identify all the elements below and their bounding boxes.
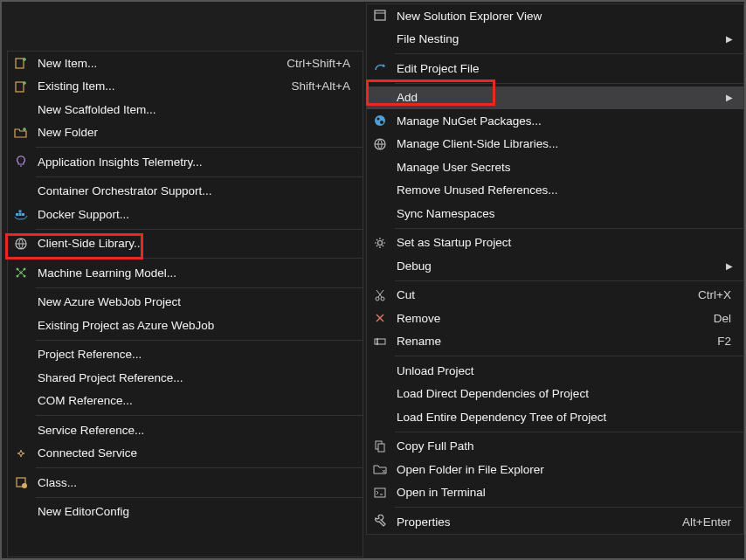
menu-item-existing-project-as-azure-webjob[interactable]: Existing Project as Azure WebJob [8,314,363,337]
svg-rect-1 [16,82,24,92]
chevron-right-icon: ▶ [726,93,736,102]
menu-item-machine-learning-model[interactable]: Machine Learning Model... [8,261,363,285]
menu-item-new-folder[interactable]: New Folder [8,121,363,145]
menu-item-label: Remove Unused References... [393,183,736,197]
shortcut-label: F2 [717,335,736,348]
copy-path-icon [367,439,393,453]
menu-item-new-solution-explorer-view[interactable]: New Solution Explorer View [367,4,743,28]
menu-item-edit-project-file[interactable]: Edit Project File [367,57,743,80]
separator [36,467,363,468]
menu-item-manage-nuget-packages[interactable]: Manage NuGet Packages... [367,109,743,133]
shortcut-label: Ctrl+X [698,288,736,301]
separator [36,258,363,259]
separator [395,280,743,281]
menu-item-new-item[interactable]: New Item...Ctrl+Shift+A [8,52,363,75]
menu-item-new-editorconfig[interactable]: New EditorConfig [8,501,363,524]
separator [36,340,363,341]
separator [395,228,743,229]
svg-point-12 [19,452,23,455]
menu-item-label: Copy Full Path [393,439,736,453]
menu-item-service-reference[interactable]: Service Reference... [8,418,363,442]
menu-item-label: New EditorConfig [34,505,356,518]
menu-item-class[interactable]: Class... [8,471,363,494]
separator [395,356,743,356]
menu-item-open-folder-in-file-explorer[interactable]: Open Folder in File Explorer [367,458,743,481]
menu-item-label: Container Orchestrator Support... [34,184,356,197]
svg-rect-15 [375,10,385,20]
menu-item-file-nesting[interactable]: File Nesting▶ [367,28,743,52]
menu-item-load-direct-dependencies-of-project[interactable]: Load Direct Dependencies of Project [367,383,743,406]
menu-item-new-scaffolded-item[interactable]: New Scaffolded Item... [8,98,363,121]
svg-rect-26 [375,488,385,497]
svg-rect-0 [16,59,24,68]
menu-item-shared-project-reference[interactable]: Shared Project Reference... [8,366,363,390]
menu-item-unload-project[interactable]: Unload Project [367,359,743,383]
menu-item-label: Sync Namespaces [393,207,736,220]
menu-item-label: Load Direct Dependencies of Project [393,387,736,400]
menu-item-connected-service[interactable]: Connected Service [8,442,363,466]
menu-item-com-reference[interactable]: COM Reference... [8,390,363,413]
menu-item-new-azure-webjob-project[interactable]: New Azure WebJob Project [8,291,363,315]
menu-item-label: Manage User Secrets [393,161,736,174]
menu-item-label: Existing Project as Azure WebJob [34,319,356,332]
separator [36,229,363,230]
menu-item-application-insights-telemetry[interactable]: Application Insights Telemetry... [8,150,363,174]
menu-item-label: New Scaffolded Item... [34,103,356,116]
menu-item-add[interactable]: Add▶ [367,86,743,110]
menu-item-copy-full-path[interactable]: Copy Full Path [367,435,743,459]
existing-item-icon [8,80,34,93]
separator [36,147,363,148]
menu-item-manage-client-side-libraries[interactable]: Manage Client-Side Libraries... [367,133,743,156]
client-lib-icon [8,237,34,251]
menu-item-rename[interactable]: RenameF2 [367,330,743,354]
menu-item-label: COM Reference... [34,394,356,407]
menu-item-label: Application Insights Telemetry... [34,156,356,169]
menu-item-set-as-startup-project[interactable]: Set as Startup Project [367,232,743,255]
submenu-add[interactable]: New Item...Ctrl+Shift+AExisting Item...S… [7,51,363,557]
menu-item-label: File Nesting [393,32,726,45]
menu-item-label: New Azure WebJob Project [34,295,356,308]
svg-rect-2 [16,213,18,216]
menu-item-container-orchestrator-support[interactable]: Container Orchestrator Support... [8,180,363,204]
menu-item-docker-support[interactable]: Docker Support... [8,203,363,226]
rename-icon [367,335,393,349]
menu-item-label: Shared Project Reference... [34,371,356,384]
menu-item-open-in-terminal[interactable]: Open in Terminal [367,481,743,505]
chevron-right-icon: ▶ [726,261,736,271]
menu-item-remove[interactable]: RemoveDel [367,307,743,330]
separator [395,83,743,84]
remove-icon [367,311,393,325]
menu-item-label: Class... [34,476,356,489]
menu-item-label: Open in Terminal [393,486,736,499]
separator [395,507,743,508]
menu-item-load-entire-dependency-tree-of-project[interactable]: Load Entire Dependency Tree of Project [367,405,743,429]
menu-item-label: Set as Startup Project [393,236,736,249]
menu-item-manage-user-secrets[interactable]: Manage User Secrets [367,156,743,179]
separator [395,432,743,432]
separator [395,53,743,54]
menu-item-label: Cut [393,288,698,301]
menu-item-sync-namespaces[interactable]: Sync Namespaces [367,202,743,225]
app-insights-icon [8,155,34,169]
wrench-icon [367,515,393,529]
menu-item-label: Client-Side Library... [34,237,356,250]
shortcut-label: Del [714,312,736,325]
ml-model-icon [8,266,34,280]
menu-item-label: New Item... [34,57,287,70]
gear-icon [367,236,393,250]
menu-item-label: Machine Learning Model... [34,266,356,280]
svg-point-20 [378,240,383,245]
menu-item-project-reference[interactable]: Project Reference... [8,343,363,367]
menu-item-remove-unused-references[interactable]: Remove Unused References... [367,179,743,203]
menu-item-existing-item[interactable]: Existing Item...Shift+Alt+A [8,75,363,99]
solution-explorer-icon [367,9,393,23]
context-menu-project[interactable]: New Solution Explorer ViewFile Nesting▶E… [366,3,744,535]
svg-rect-23 [375,339,385,344]
menu-item-label: New Folder [34,126,356,139]
svg-rect-4 [19,211,22,213]
menu-item-debug[interactable]: Debug▶ [367,254,743,278]
class-icon [8,475,34,489]
menu-item-properties[interactable]: PropertiesAlt+Enter [367,510,743,534]
menu-item-client-side-library[interactable]: Client-Side Library... [8,232,363,256]
menu-item-cut[interactable]: CutCtrl+X [367,284,743,308]
